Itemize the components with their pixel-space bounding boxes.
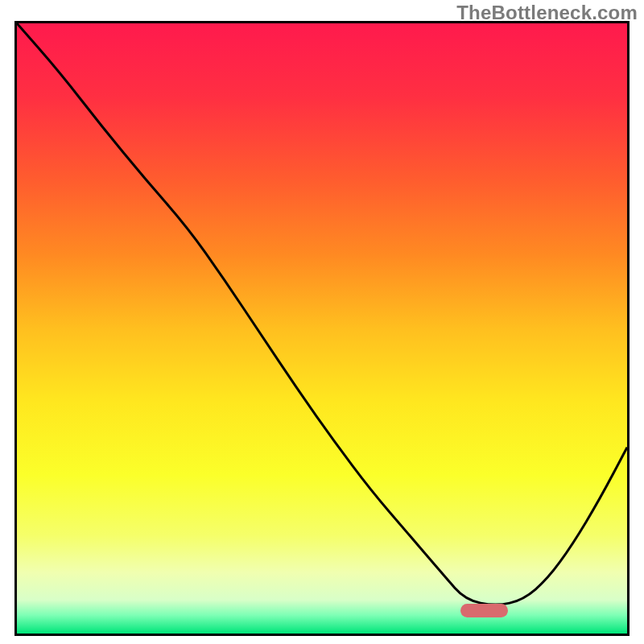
watermark-text: TheBottleneck.com [456,2,638,24]
curve-path [17,23,627,605]
curve-overlay [17,23,627,634]
chart-canvas: TheBottleneck.com [0,0,644,644]
plot-frame [14,21,630,636]
minimum-marker [460,604,509,617]
